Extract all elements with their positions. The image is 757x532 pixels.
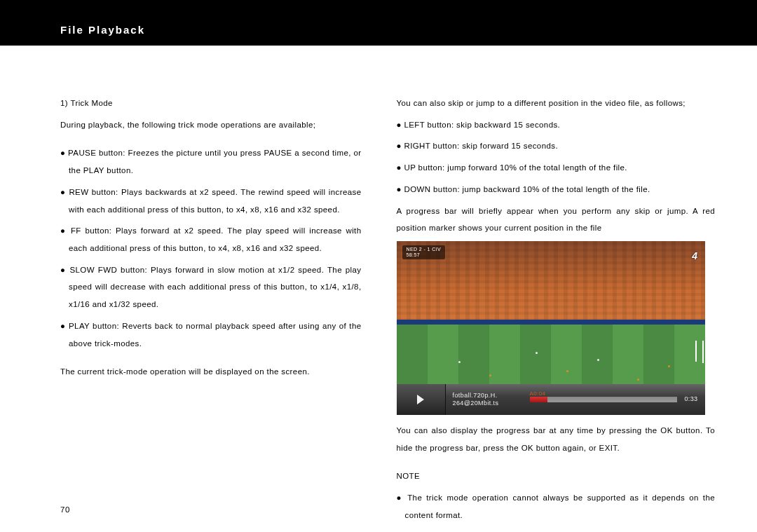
progress-track[interactable]: A0:04: [530, 397, 678, 402]
right-column: You can also skip or jump to a different…: [397, 95, 715, 528]
header-bar: File Playback: [0, 0, 757, 46]
channel-logo: 4: [692, 245, 697, 266]
bullet-item: ● PLAY button: Reverts back to normal pl…: [60, 318, 362, 352]
progress-note: A progress bar will briefly appear when …: [397, 203, 715, 237]
note-heading: NOTE: [397, 468, 715, 485]
player-bar: fotball.720p.H. 264@20Mbit.ts A0:04 0:33: [397, 384, 705, 415]
bullet-item: ● SLOW FWD button: Plays forward in slow…: [60, 261, 362, 313]
file-info: fotball.720p.H. 264@20Mbit.ts: [446, 392, 530, 408]
note-bullet: ● The trick mode operation cannot always…: [397, 489, 715, 524]
time-current: A0:04: [530, 388, 546, 400]
file-name-line1: fotball.720p.H.: [453, 392, 523, 400]
bullet-item: ● DOWN button: jump backward 10% of the …: [397, 181, 715, 198]
file-name-line2: 264@20Mbit.ts: [453, 400, 523, 407]
scoreboard: NED 2 - 1 CIV 58:57: [402, 245, 446, 259]
skip-intro: You can also skip or jump to a different…: [397, 95, 715, 112]
bullet-item: ● LEFT button: skip backward 15 seconds.: [397, 116, 715, 134]
video-screenshot: NED 2 - 1 CIV 58:57 4 fotball.720p.H. 26…: [397, 241, 705, 415]
bullet-item: ● REW button: Plays backwards at x2 spee…: [60, 184, 362, 218]
goal-post: [702, 342, 704, 363]
left-column: 1) Trick Mode During playback, the follo…: [60, 95, 362, 528]
play-icon: [417, 395, 424, 404]
bullet-item: ● PAUSE button: Freezes the picture unti…: [60, 144, 362, 179]
play-button[interactable]: [397, 384, 446, 415]
trick-mode-heading: 1) Trick Mode: [60, 95, 362, 112]
bullet-item: ● RIGHT button: skip forward 15 seconds.: [397, 137, 715, 155]
bullet-item: ● UP button: jump forward 10% of the tot…: [397, 159, 715, 177]
time-total: 0:33: [684, 393, 697, 406]
page-number: 70: [60, 505, 70, 514]
trick-mode-outro: The current trick-mode operation will be…: [60, 363, 362, 381]
bullet-item: ● FF button: Plays forward at x2 speed. …: [60, 222, 362, 257]
content-area: 1) Trick Mode During playback, the follo…: [0, 46, 757, 528]
after-image-note: You can also display the progress bar at…: [397, 422, 715, 456]
progress-area[interactable]: A0:04 0:33: [530, 384, 705, 415]
scoreboard-clock: 58:57: [407, 252, 442, 258]
trick-mode-intro: During playback, the following trick mod…: [60, 116, 362, 134]
page-title: File Playback: [60, 24, 145, 36]
scoreboard-score: NED 2 - 1 CIV: [407, 247, 442, 252]
